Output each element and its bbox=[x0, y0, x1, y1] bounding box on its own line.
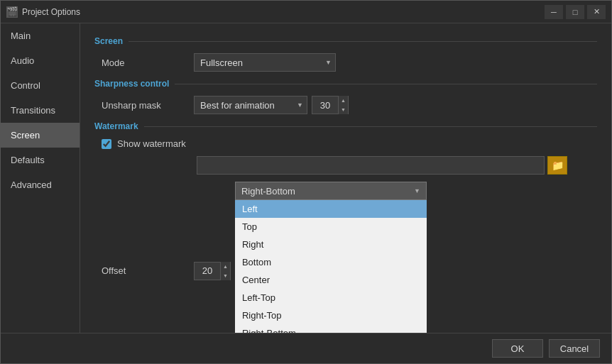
sidebar-item-main[interactable]: Main bbox=[1, 23, 80, 48]
mode-control: Fullscreen bbox=[194, 53, 336, 72]
unsharp-control: Best for animation 30 ▲ ▼ bbox=[194, 96, 349, 114]
dropdown-item-left-top[interactable]: Left-Top bbox=[235, 289, 427, 307]
sidebar-item-transitions[interactable]: Transitions bbox=[1, 98, 80, 123]
sidebar-item-control[interactable]: Control bbox=[1, 73, 80, 98]
dropdown-item-center[interactable]: Center bbox=[235, 271, 427, 289]
minimize-button[interactable]: ─ bbox=[545, 5, 563, 19]
sidebar-item-audio[interactable]: Audio bbox=[1, 48, 80, 73]
maximize-button[interactable]: □ bbox=[566, 5, 584, 19]
unsharp-row: Unsharp mask Best for animation 30 ▲ ▼ bbox=[94, 96, 597, 114]
watermark-folder-button[interactable]: 📁 bbox=[547, 156, 567, 175]
mode-label: Mode bbox=[102, 57, 194, 68]
mode-select[interactable]: Fullscreen bbox=[194, 53, 336, 72]
footer: OK Cancel bbox=[1, 333, 611, 363]
watermark-path-input[interactable] bbox=[197, 156, 545, 175]
project-options-window: 🎬 Project Options ─ □ ✕ Main Audio Contr… bbox=[0, 0, 612, 364]
unsharp-down-arrow[interactable]: ▼ bbox=[339, 105, 348, 114]
dropdown-item-bottom[interactable]: Bottom bbox=[235, 253, 427, 271]
offset-label: Offset bbox=[102, 265, 194, 276]
content-area: Main Audio Control Transitions Screen De… bbox=[1, 23, 611, 333]
window-controls: ─ □ ✕ bbox=[545, 5, 606, 19]
show-watermark-row: Show watermark bbox=[94, 138, 597, 149]
sidebar-item-defaults[interactable]: Defaults bbox=[1, 148, 80, 172]
window-title: Project Options bbox=[22, 7, 545, 17]
dropdown-item-right[interactable]: Right bbox=[235, 236, 427, 253]
unsharp-up-arrow[interactable]: ▲ bbox=[339, 96, 348, 105]
dropdown-item-top[interactable]: Top bbox=[235, 218, 427, 236]
position-dropdown-container: Right-Bottom Left Top Right Bottom Cente… bbox=[235, 182, 427, 333]
offset-input[interactable]: 20 bbox=[195, 263, 220, 280]
unsharp-spinner: 30 ▲ ▼ bbox=[312, 96, 349, 114]
unsharp-select-wrapper: Best for animation bbox=[194, 96, 307, 114]
sharpness-section-header: Sharpness control bbox=[94, 79, 597, 89]
screen-section-header: Screen bbox=[94, 36, 597, 46]
offset-spinner: 20 ▲ ▼ bbox=[194, 262, 231, 280]
position-dropdown-header[interactable]: Right-Bottom bbox=[235, 182, 427, 200]
mode-row: Mode Fullscreen bbox=[94, 53, 597, 72]
offset-up-arrow[interactable]: ▲ bbox=[221, 262, 230, 271]
unsharp-label: Unsharp mask bbox=[102, 100, 194, 111]
close-button[interactable]: ✕ bbox=[587, 5, 606, 19]
unsharp-arrows: ▲ ▼ bbox=[338, 96, 348, 114]
titlebar: 🎬 Project Options ─ □ ✕ bbox=[1, 1, 611, 23]
watermark-path-row: 📁 bbox=[94, 156, 597, 175]
unsharp-num-input[interactable]: 30 bbox=[312, 96, 338, 114]
show-watermark-label: Show watermark bbox=[117, 138, 186, 149]
offset-row: Offset 20 ▲ ▼ Right-Bottom bbox=[94, 182, 597, 333]
mode-select-wrapper: Fullscreen bbox=[194, 53, 336, 72]
main-panel: Screen Mode Fullscreen Sharpness control… bbox=[80, 23, 611, 333]
dropdown-item-right-bottom[interactable]: Right-Bottom bbox=[235, 324, 427, 333]
offset-control: 20 ▲ ▼ Right-Bottom Left Top bbox=[194, 182, 427, 333]
position-dropdown-list: Left Top Right Bottom Center Left-Top Ri… bbox=[235, 200, 427, 333]
sidebar-item-advanced[interactable]: Advanced bbox=[1, 172, 80, 197]
sidebar: Main Audio Control Transitions Screen De… bbox=[1, 23, 80, 333]
watermark-section-header: Watermark bbox=[94, 121, 597, 131]
dropdown-item-left[interactable]: Left bbox=[235, 200, 427, 218]
unsharp-select[interactable]: Best for animation bbox=[194, 96, 307, 114]
show-watermark-checkbox[interactable] bbox=[102, 139, 111, 149]
sidebar-item-screen[interactable]: Screen bbox=[1, 123, 80, 148]
offset-arrows: ▲ ▼ bbox=[220, 262, 230, 280]
offset-down-arrow[interactable]: ▼ bbox=[221, 271, 230, 280]
ok-button[interactable]: OK bbox=[492, 339, 543, 358]
cancel-button[interactable]: Cancel bbox=[549, 339, 600, 358]
dropdown-item-right-top[interactable]: Right-Top bbox=[235, 307, 427, 324]
app-icon: 🎬 bbox=[6, 6, 18, 18]
